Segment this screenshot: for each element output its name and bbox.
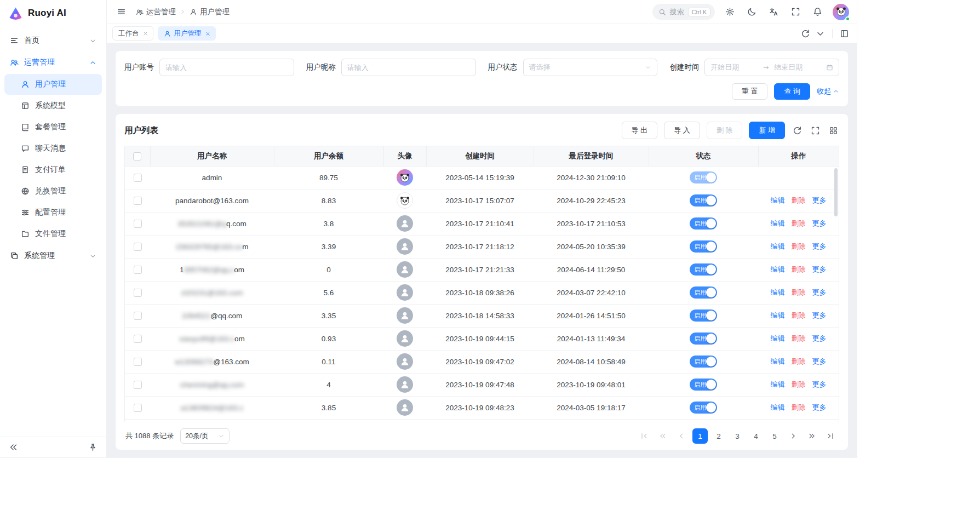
last-page-button[interactable] [823, 428, 838, 444]
delete-link[interactable]: 删除 [792, 403, 806, 411]
delete-link[interactable]: 删除 [792, 288, 806, 296]
sidebar-item-file-management[interactable]: 文件管理 [4, 223, 102, 244]
status-toggle[interactable]: 启用 [690, 332, 717, 345]
refresh-icon[interactable] [792, 125, 803, 136]
edit-link[interactable]: 编辑 [771, 265, 785, 273]
delete-link[interactable]: 删除 [792, 334, 806, 342]
status-toggle[interactable]: 启用 [690, 217, 717, 230]
status-toggle[interactable]: 启用 [690, 286, 717, 299]
more-link[interactable]: 更多 [812, 357, 827, 365]
row-checkbox[interactable] [134, 335, 142, 343]
delete-button[interactable]: 删 除 [707, 122, 743, 139]
more-link[interactable]: 更多 [812, 311, 827, 319]
status-toggle[interactable]: 启用 [690, 194, 717, 207]
sidebar-item-exchange-management[interactable]: 兑换管理 [4, 181, 102, 202]
row-checkbox[interactable] [134, 312, 142, 320]
delete-link[interactable]: 删除 [792, 196, 806, 204]
layout-icon[interactable] [838, 27, 851, 41]
more-link[interactable]: 更多 [812, 219, 827, 227]
moon-icon[interactable] [745, 5, 759, 19]
row-checkbox[interactable] [134, 174, 142, 182]
sidebar-item-user-management[interactable]: 用户管理 [4, 74, 102, 95]
page-size-select[interactable]: 20条/页 [180, 428, 230, 444]
hamburger-menu-icon[interactable] [114, 5, 128, 19]
edit-link[interactable]: 编辑 [771, 219, 785, 227]
row-checkbox[interactable] [134, 404, 142, 412]
edit-link[interactable]: 编辑 [771, 288, 785, 296]
edit-link[interactable]: 编辑 [771, 196, 785, 204]
sidebar-item-system-model[interactable]: 系统模型 [4, 95, 102, 116]
delete-link[interactable]: 删除 [792, 242, 806, 250]
fullscreen-icon[interactable] [789, 5, 803, 19]
prev-page-button[interactable] [674, 428, 689, 444]
delete-link[interactable]: 删除 [792, 311, 806, 319]
more-link[interactable]: 更多 [812, 403, 827, 411]
breadcrumb-item[interactable]: 运营管理 [136, 7, 176, 17]
row-checkbox[interactable] [134, 289, 142, 297]
breadcrumb-item[interactable]: 用户管理 [190, 7, 230, 17]
grid-icon[interactable] [828, 125, 839, 136]
page-button-5[interactable]: 5 [767, 428, 782, 444]
chevron-down-icon[interactable] [813, 27, 827, 41]
translate-icon[interactable] [767, 5, 781, 19]
row-checkbox[interactable] [134, 381, 142, 389]
add-button[interactable]: 新 增 [749, 122, 785, 139]
status-toggle[interactable]: 启用 [690, 240, 717, 253]
delete-link[interactable]: 删除 [792, 357, 806, 365]
edit-link[interactable]: 编辑 [771, 311, 785, 319]
page-button-2[interactable]: 2 [711, 428, 726, 444]
page-button-3[interactable]: 3 [730, 428, 745, 444]
row-checkbox[interactable] [134, 220, 142, 228]
more-link[interactable]: 更多 [812, 196, 827, 204]
more-link[interactable]: 更多 [812, 334, 827, 342]
export-button[interactable]: 导 出 [622, 122, 658, 139]
edit-link[interactable]: 编辑 [771, 380, 785, 388]
reset-button[interactable]: 重 置 [732, 83, 768, 100]
collapse-sidebar-icon[interactable] [7, 440, 20, 454]
search-button[interactable]: 查 询 [774, 83, 810, 100]
delete-link[interactable]: 删除 [792, 380, 806, 388]
row-checkbox[interactable] [134, 358, 142, 366]
more-link[interactable]: 更多 [812, 265, 827, 273]
tab-user-management[interactable]: 用户管理 [158, 26, 216, 41]
prev-jump-button[interactable] [655, 428, 670, 444]
edit-link[interactable]: 编辑 [771, 242, 785, 250]
sidebar-item-home[interactable]: 首页 [4, 30, 102, 51]
nickname-input[interactable] [341, 59, 476, 76]
status-select[interactable]: 请选择 [523, 59, 658, 76]
status-toggle[interactable]: 启用 [690, 402, 717, 414]
row-checkbox[interactable] [134, 243, 142, 251]
fullscreen-icon[interactable] [810, 125, 821, 136]
status-toggle[interactable]: 启用 [690, 356, 717, 368]
import-button[interactable]: 导 入 [664, 122, 700, 139]
delete-link[interactable]: 删除 [792, 265, 806, 273]
collapse-filters-link[interactable]: 收起 [817, 87, 839, 96]
row-checkbox[interactable] [134, 197, 142, 205]
settings-icon[interactable] [723, 5, 737, 19]
user-avatar[interactable] [833, 4, 849, 20]
logo[interactable]: Ruoyi AI [0, 0, 106, 26]
date-range-picker[interactable]: 开始日期 结束日期 [704, 59, 839, 76]
edit-link[interactable]: 编辑 [771, 403, 785, 411]
delete-link[interactable]: 删除 [792, 219, 806, 227]
tab-workbench[interactable]: 工作台 [112, 26, 153, 41]
status-toggle[interactable]: 启用 [690, 171, 717, 184]
pin-sidebar-icon[interactable] [86, 440, 100, 454]
first-page-button[interactable] [637, 428, 652, 444]
sidebar-item-config-management[interactable]: 配置管理 [4, 202, 102, 223]
global-search[interactable]: 搜索 Ctrl K [652, 4, 715, 20]
bell-icon[interactable] [811, 5, 824, 19]
table-scrollbar[interactable] [834, 167, 838, 422]
page-button-1[interactable]: 1 [692, 428, 708, 444]
scrollbar-thumb[interactable] [834, 168, 838, 216]
tab-close-icon[interactable] [205, 31, 211, 37]
edit-link[interactable]: 编辑 [771, 334, 785, 342]
more-link[interactable]: 更多 [812, 380, 827, 388]
edit-link[interactable]: 编辑 [771, 357, 785, 365]
tab-close-icon[interactable] [142, 31, 148, 37]
sidebar-item-operations[interactable]: 运营管理 [4, 51, 102, 73]
sidebar-item-chat-messages[interactable]: 聊天消息 [4, 138, 102, 159]
sidebar-item-payment-orders[interactable]: 支付订单 [4, 159, 102, 180]
row-checkbox[interactable] [134, 266, 142, 274]
next-jump-button[interactable] [804, 428, 819, 444]
